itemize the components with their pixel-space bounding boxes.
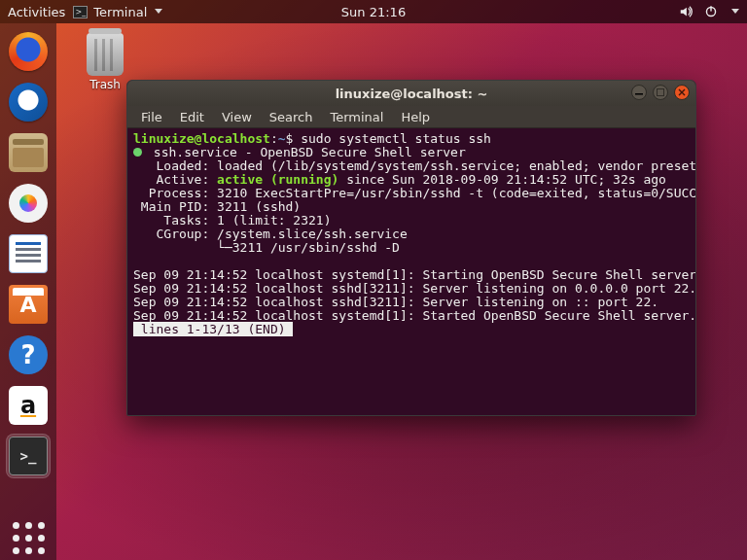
volume-icon[interactable]: [679, 5, 693, 18]
window-minimize-button[interactable]: [631, 85, 647, 100]
dock-item-help[interactable]: ?: [6, 332, 51, 377]
thunderbird-icon: [9, 83, 48, 122]
app-menu[interactable]: >_ Terminal: [73, 5, 162, 19]
firefox-icon: [9, 32, 48, 71]
window-title: linuxize@localhost: ~: [336, 87, 488, 101]
menu-view[interactable]: View: [214, 108, 260, 126]
dock-item-amazon[interactable]: a: [6, 383, 51, 428]
top-bar: Activities >_ Terminal Sun 21:16: [0, 0, 747, 23]
active-status: active (running): [217, 172, 338, 187]
window-titlebar[interactable]: linuxize@localhost: ~: [127, 81, 695, 106]
prompt-path: ~: [278, 131, 286, 146]
pager-status: lines 1-13/13 (END): [133, 322, 293, 336]
dock-item-thunderbird[interactable]: [6, 80, 51, 124]
command-text: sudo systemctl status ssh: [301, 131, 491, 146]
svg-rect-2: [635, 93, 643, 95]
rhythmbox-icon: [9, 184, 48, 223]
trash-icon: [87, 33, 124, 76]
window-close-button[interactable]: [674, 85, 690, 100]
activities-button[interactable]: Activities: [8, 5, 65, 19]
terminal-icon: >_: [73, 6, 88, 18]
prompt-user: linuxize@localhost: [133, 131, 270, 146]
clock[interactable]: Sun 21:16: [341, 5, 406, 19]
ubuntu-software-icon: [9, 285, 48, 324]
apps-grid-icon: [7, 516, 50, 559]
dock-item-rhythmbox[interactable]: [6, 181, 51, 226]
terminal-icon: >_: [9, 437, 48, 475]
svg-rect-1: [710, 6, 711, 11]
status-dot-icon: [133, 148, 142, 157]
dock: ? a >_: [0, 23, 56, 560]
menu-terminal[interactable]: Terminal: [322, 108, 391, 126]
dock-item-firefox[interactable]: [6, 29, 51, 74]
trash-label: Trash: [76, 78, 134, 91]
menu-file[interactable]: File: [133, 108, 170, 126]
system-menu-caret-icon[interactable]: [731, 9, 739, 14]
terminal-body[interactable]: linuxize@localhost:~$ sudo systemctl sta…: [127, 128, 695, 340]
chevron-down-icon: [155, 9, 162, 14]
dock-item-terminal[interactable]: >_: [6, 434, 51, 478]
menu-search[interactable]: Search: [262, 108, 321, 126]
dock-item-software[interactable]: [6, 282, 51, 327]
app-menu-label: Terminal: [93, 5, 147, 19]
amazon-icon: a: [9, 386, 48, 425]
power-icon[interactable]: [704, 5, 718, 18]
svg-rect-3: [658, 89, 664, 96]
files-icon: [9, 133, 48, 172]
window-menubar: File Edit View Search Terminal Help: [127, 106, 695, 128]
dock-item-writer[interactable]: [6, 231, 51, 276]
menu-help[interactable]: Help: [393, 108, 438, 126]
window-maximize-button[interactable]: [653, 85, 668, 100]
menu-edit[interactable]: Edit: [172, 108, 212, 126]
terminal-window: linuxize@localhost: ~ File Edit View Sea…: [126, 80, 696, 416]
show-applications-button[interactable]: [6, 515, 51, 560]
help-icon: ?: [9, 335, 48, 374]
desktop-icon-trash[interactable]: Trash: [76, 33, 134, 91]
dock-item-files[interactable]: [6, 130, 51, 175]
libreoffice-writer-icon: [9, 234, 48, 273]
